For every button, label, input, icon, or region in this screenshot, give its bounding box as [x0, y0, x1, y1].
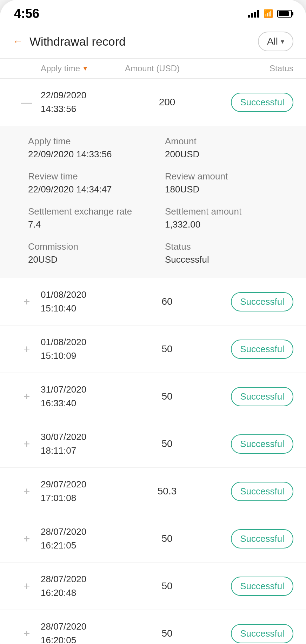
row-amount-4: 50 [125, 438, 209, 449]
toggle-col-header [13, 64, 41, 73]
detail-commission: Commission 20USD [28, 241, 157, 265]
status-badge-3: Successful [231, 387, 293, 406]
table-header: Apply time ▼ Amount (USD) Status [0, 59, 306, 79]
table-row[interactable]: — 22/09/202014:33:56 200 Successful [0, 79, 306, 126]
row-amount-8: 50 [125, 628, 209, 639]
status-time: 4:56 [14, 6, 39, 21]
detail-settlement-rate: Settlement exchange rate 7.4 [28, 206, 157, 230]
row-date-8: 28/07/202016:20:05 [41, 620, 125, 644]
detail-row-0: Apply time 22/09/2020 14:33:56 Amount 20… [0, 126, 306, 278]
table-row[interactable]: + 28/07/202016:21:05 50 Successful [0, 515, 306, 563]
row-toggle-0[interactable]: — [13, 96, 41, 109]
row-status-2: Successful [209, 340, 293, 359]
table-row[interactable]: + 31/07/202016:33:40 50 Successful [0, 373, 306, 420]
detail-status: Status Successful [165, 241, 293, 265]
phone-frame: 4:56 📶 ← Withdrawal record All ▾ [0, 0, 306, 644]
table-row[interactable]: + 01/08/202015:10:09 50 Successful [0, 326, 306, 373]
status-badge-2: Successful [231, 340, 293, 359]
row-amount-5: 50.3 [125, 486, 209, 497]
table-row[interactable]: + 29/07/202017:01:08 50.3 Successful [0, 468, 306, 515]
table-row[interactable]: + 01/08/202015:10:40 60 Successful [0, 278, 306, 326]
row-status-5: Successful [209, 482, 293, 501]
row-status-8: Successful [209, 624, 293, 643]
chevron-down-icon: ▾ [281, 37, 284, 46]
row-status-3: Successful [209, 387, 293, 406]
row-amount-2: 50 [125, 343, 209, 355]
header-left: ← Withdrawal record [13, 35, 126, 48]
status-icons: 📶 [248, 9, 292, 18]
row-toggle-4[interactable]: + [13, 438, 41, 451]
table-row[interactable]: + 30/07/202018:11:07 50 Successful [0, 420, 306, 468]
row-date-2: 01/08/202015:10:09 [41, 335, 125, 363]
row-date-7: 28/07/202016:20:48 [41, 572, 125, 600]
wifi-icon: 📶 [264, 9, 273, 18]
detail-apply-time: Apply time 22/09/2020 14:33:56 [28, 136, 157, 160]
signal-icon [248, 10, 259, 18]
detail-review-time: Review time 22/09/2020 14:34:47 [28, 171, 157, 195]
table-row[interactable]: + 28/07/202016:20:48 50 Successful [0, 563, 306, 610]
status-header: Status [209, 64, 293, 73]
row-toggle-5[interactable]: + [13, 485, 41, 498]
status-badge-7: Successful [231, 577, 293, 596]
status-badge-6: Successful [231, 529, 293, 548]
sort-arrow-icon: ▼ [82, 65, 88, 72]
row-amount-0: 200 [125, 97, 209, 108]
row-status-6: Successful [209, 529, 293, 548]
row-amount-1: 60 [125, 296, 209, 307]
status-badge-5: Successful [231, 482, 293, 501]
row-date-5: 29/07/202017:01:08 [41, 478, 125, 505]
filter-label: All [267, 36, 278, 47]
page-title: Withdrawal record [29, 35, 126, 48]
row-status-7: Successful [209, 577, 293, 596]
detail-amount: Amount 200USD [165, 136, 293, 160]
row-amount-3: 50 [125, 391, 209, 402]
filter-button[interactable]: All ▾ [258, 32, 293, 51]
row-amount-7: 50 [125, 580, 209, 592]
row-toggle-6[interactable]: + [13, 532, 41, 545]
detail-review-amount: Review amount 180USD [165, 171, 293, 195]
row-status-0: Successful [209, 93, 293, 112]
table-row[interactable]: + 28/07/202016:20:05 50 Successful [0, 610, 306, 644]
row-status-4: Successful [209, 434, 293, 454]
back-button[interactable]: ← [13, 35, 23, 47]
row-date-6: 28/07/202016:21:05 [41, 525, 125, 552]
apply-time-header[interactable]: Apply time ▼ [41, 64, 125, 73]
row-date-0: 22/09/202014:33:56 [41, 88, 125, 116]
amount-header: Amount (USD) [125, 64, 209, 73]
row-toggle-7[interactable]: + [13, 580, 41, 593]
row-status-1: Successful [209, 292, 293, 311]
row-toggle-3[interactable]: + [13, 390, 41, 403]
status-badge-0: Successful [231, 93, 293, 112]
status-badge-4: Successful [231, 434, 293, 454]
row-amount-6: 50 [125, 533, 209, 544]
detail-grid: Apply time 22/09/2020 14:33:56 Amount 20… [28, 136, 293, 265]
row-toggle-1[interactable]: + [13, 295, 41, 308]
battery-icon [277, 10, 292, 18]
row-toggle-2[interactable]: + [13, 343, 41, 356]
row-toggle-8[interactable]: + [13, 627, 41, 640]
row-date-1: 01/08/202015:10:40 [41, 288, 125, 315]
status-badge-1: Successful [231, 292, 293, 311]
status-bar: 4:56 📶 [0, 0, 306, 25]
row-date-4: 30/07/202018:11:07 [41, 430, 125, 458]
status-badge-8: Successful [231, 624, 293, 643]
detail-settlement-amount: Settlement amount 1,332.00 [165, 206, 293, 230]
row-date-3: 31/07/202016:33:40 [41, 383, 125, 410]
header: ← Withdrawal record All ▾ [0, 25, 306, 59]
